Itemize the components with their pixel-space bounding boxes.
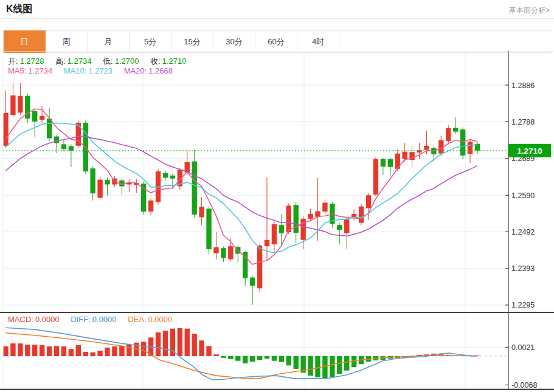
macd-bar (279, 356, 284, 362)
macd-bar (76, 345, 81, 356)
macd-bar (126, 345, 131, 356)
candle-body (402, 152, 407, 159)
axis-label: 1.2590 (511, 191, 535, 200)
candle-body (381, 159, 386, 167)
macd-bar (178, 328, 182, 356)
macd-bar (235, 356, 240, 361)
candle-body (388, 159, 393, 167)
macd-bar (40, 345, 44, 356)
tab-60分[interactable]: 60分 (255, 31, 297, 52)
current-price-badge-label: 1.2710 (517, 146, 542, 156)
candle-body (97, 180, 102, 198)
candle-body (300, 219, 305, 240)
ma20-value: 1.2668 (148, 66, 173, 75)
candle-body (468, 142, 473, 154)
ma20-line (6, 136, 477, 236)
candle-body (250, 278, 255, 286)
macd-bar (243, 356, 248, 363)
axis-label: -0.0068 (511, 381, 537, 390)
macd-bar (213, 354, 218, 356)
candle-body (221, 248, 226, 258)
candle-body (272, 224, 277, 244)
tab-月[interactable]: 月 (88, 31, 130, 52)
macd-bar (112, 346, 117, 356)
candle-body (453, 128, 458, 131)
kline-chart[interactable]: 1.28861.27881.26891.25901.24921.23931.22… (0, 51, 554, 392)
tab-15分[interactable]: 15分 (171, 31, 213, 52)
title-divider (0, 18, 554, 19)
candle-body (69, 146, 74, 150)
candle-body (279, 225, 284, 233)
macd-bar (265, 356, 269, 359)
open-label: 开: (8, 57, 18, 66)
macd-readout: MACD:0.0000 DIFF:0.0000 DEA:0.0000 (8, 315, 181, 324)
candle-body (3, 113, 8, 146)
ma10-value: 1.2723 (88, 66, 113, 75)
candle-body (61, 144, 66, 149)
tab-周[interactable]: 周 (46, 31, 88, 52)
close-value: 1.2710 (162, 57, 187, 66)
macd-bar (163, 331, 168, 356)
macd-label: MACD: (8, 315, 33, 324)
timeframe-tab-bar: 日周月5分15分30分60分4时 (3, 30, 552, 53)
macd-bar (337, 356, 342, 374)
macd-bar (344, 356, 349, 371)
low-label: 低: (103, 57, 113, 66)
candle-body (40, 116, 44, 120)
candle-body (10, 95, 15, 115)
candle-body (105, 180, 109, 184)
ma10-label: MA10: (64, 66, 87, 75)
macd-bar (185, 329, 190, 356)
axis-label: 1.2492 (511, 228, 535, 236)
macd-bar (10, 343, 15, 356)
candle-body (265, 240, 269, 246)
macd-bar (18, 343, 23, 356)
macd-bar (156, 332, 161, 356)
axis-label: 1.2886 (511, 81, 535, 90)
ma5-label: MA5: (8, 66, 26, 75)
high-value: 1.2734 (68, 57, 92, 66)
axis-label: 1.2295 (511, 301, 535, 309)
macd-bar (257, 356, 262, 360)
candle-body (424, 146, 429, 150)
candle-body (337, 225, 342, 230)
candle-body (54, 137, 59, 143)
tab-日[interactable]: 日 (4, 30, 46, 53)
macd-bar (199, 340, 204, 356)
macd-bar (294, 356, 299, 369)
macd-bar (228, 356, 233, 359)
macd-bar (25, 345, 30, 356)
tab-5分[interactable]: 5分 (130, 31, 171, 52)
macd-bar (105, 348, 109, 356)
macd-value: 0.0000 (35, 315, 60, 324)
close-label: 收: (150, 57, 161, 66)
macd-bar (272, 356, 277, 361)
tab-30分[interactable]: 30分 (213, 31, 255, 52)
fundamental-analysis-link[interactable]: 基本面分析> (509, 5, 550, 16)
candle-body (294, 205, 299, 233)
candle-body (322, 203, 327, 212)
candle-body (373, 159, 378, 194)
macd-bar (69, 349, 74, 356)
open-value: 1.2728 (20, 57, 44, 66)
macd-bar (322, 356, 327, 378)
high-label: 高: (55, 57, 66, 66)
macd-bar (141, 342, 146, 356)
candle-body (148, 201, 153, 211)
macd-bar (221, 356, 226, 358)
candle-body (344, 219, 349, 233)
candle-body (192, 162, 196, 215)
candle-body (199, 207, 204, 217)
candle-body (308, 214, 313, 219)
macd-bar (308, 356, 313, 376)
ohlc-readout: 开:1.2728 高:1.2734 低:1.2700 收:1.2710 (8, 56, 195, 67)
candle-body (90, 168, 95, 193)
macd-bar (90, 352, 95, 356)
macd-bar (83, 352, 88, 356)
tab-4时[interactable]: 4时 (297, 31, 339, 52)
macd-bar (250, 356, 255, 362)
candle-body (170, 176, 175, 179)
macd-bar (192, 334, 196, 356)
candle-body (32, 111, 37, 122)
ma5-value: 1.2734 (28, 66, 52, 75)
